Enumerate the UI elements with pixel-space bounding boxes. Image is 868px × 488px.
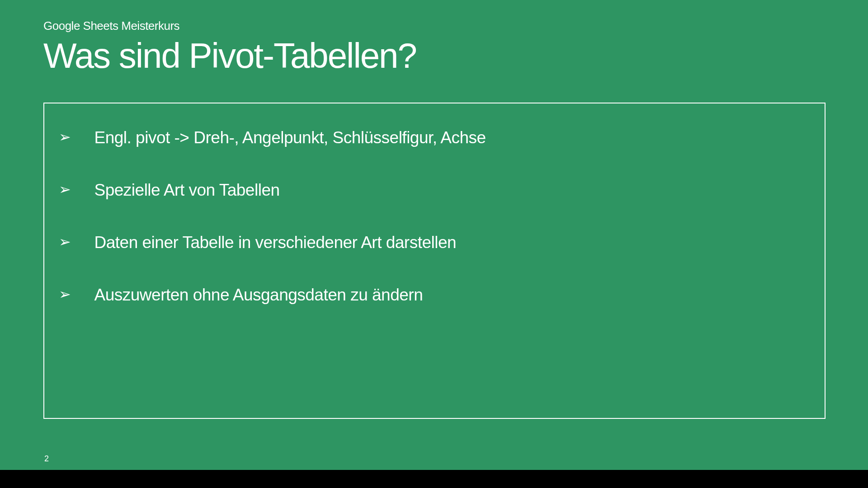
bullet-list: ➢ Engl. pivot -> Dreh-, Angelpunkt, Schl… [58,127,811,306]
list-item: ➢ Engl. pivot -> Dreh-, Angelpunkt, Schl… [58,127,811,149]
bullet-text: Auszuwerten ohne Ausgangsdaten zu ändern [94,284,423,306]
bullet-icon: ➢ [59,179,71,200]
slide-subtitle: Google Sheets Meisterkurs [43,19,825,33]
bullet-icon: ➢ [59,127,71,147]
bullet-icon: ➢ [59,284,71,305]
bullet-text: Daten einer Tabelle in verschiedener Art… [94,232,457,253]
list-item: ➢ Auszuwerten ohne Ausgangsdaten zu ände… [58,284,811,306]
bullet-text: Spezielle Art von Tabellen [94,179,280,201]
presentation-slide: Google Sheets Meisterkurs Was sind Pivot… [0,0,868,470]
bullet-text: Engl. pivot -> Dreh-, Angelpunkt, Schlüs… [94,127,486,149]
list-item: ➢ Spezielle Art von Tabellen [58,179,811,201]
bullet-icon: ➢ [59,232,71,252]
content-box: ➢ Engl. pivot -> Dreh-, Angelpunkt, Schl… [43,103,826,419]
page-number: 2 [44,454,49,464]
list-item: ➢ Daten einer Tabelle in verschiedener A… [58,232,811,253]
bottom-bar [0,470,868,488]
slide-title: Was sind Pivot-Tabellen? [43,37,825,75]
